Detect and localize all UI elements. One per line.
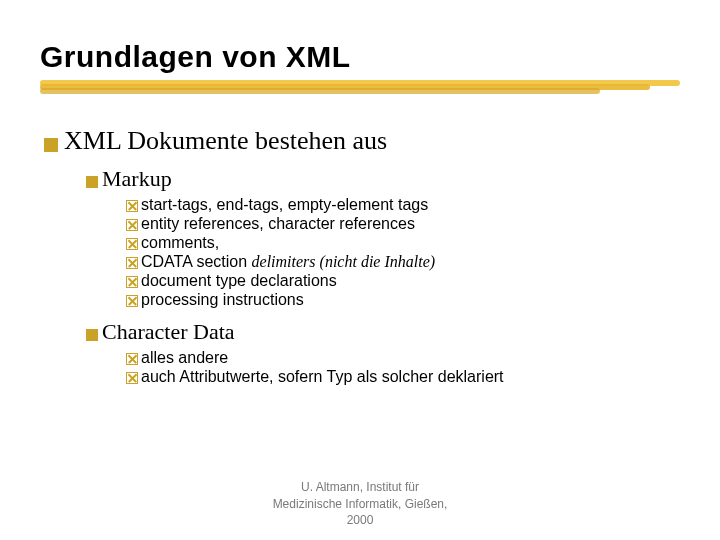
square-bullet-icon [86,329,98,341]
level2-text: Markup [102,166,172,192]
item-italic: delimiters (nicht die Inhalte) [252,253,436,270]
list-item: CDATA section delimiters (nicht die Inha… [126,253,680,271]
footer-line: Medizinische Informatik, Gießen, [0,496,720,512]
item-text: start-tags, end-tags, empty-element tags [141,196,428,214]
level1-text: XML Dokumente bestehen aus [64,126,387,156]
list-item: start-tags, end-tags, empty-element tags [126,196,680,214]
item-text: comments, [141,234,219,252]
square-bullet-icon [86,176,98,188]
item-text: processing instructions [141,291,304,309]
list-item: comments, [126,234,680,252]
footer-line: 2000 [0,512,720,528]
footer-line: U. Altmann, Institut für [0,479,720,495]
slide-title: Grundlagen von XML [40,40,680,74]
list-item: document type declarations [126,272,680,290]
square-bullet-icon [44,138,58,152]
title-underline [40,80,680,94]
bullet-level2-markup: Markup [86,166,680,192]
item-text: auch Attributwerte, sofern Typ als solch… [141,368,504,386]
level2-text: Character Data [102,319,235,345]
markup-items: start-tags, end-tags, empty-element tags… [40,196,680,309]
xbox-bullet-icon [126,219,138,231]
item-text: document type declarations [141,272,337,290]
xbox-bullet-icon [126,257,138,269]
list-item: processing instructions [126,291,680,309]
bullet-level1: XML Dokumente bestehen aus [44,126,680,156]
item-text: entity references, character references [141,215,415,233]
slide: Grundlagen von XML XML Dokumente bestehe… [0,0,720,386]
xbox-bullet-icon [126,372,138,384]
xbox-bullet-icon [126,200,138,212]
item-text: CDATA section delimiters (nicht die Inha… [141,253,435,271]
list-item: auch Attributwerte, sofern Typ als solch… [126,368,680,386]
xbox-bullet-icon [126,353,138,365]
item-text: alles andere [141,349,228,367]
xbox-bullet-icon [126,295,138,307]
xbox-bullet-icon [126,276,138,288]
xbox-bullet-icon [126,238,138,250]
list-item: entity references, character references [126,215,680,233]
chardata-items: alles andere auch Attributwerte, sofern … [40,349,680,386]
item-prefix: CDATA section [141,253,252,270]
list-item: alles andere [126,349,680,367]
bullet-level2-chardata: Character Data [86,319,680,345]
slide-footer: U. Altmann, Institut für Medizinische In… [0,479,720,528]
